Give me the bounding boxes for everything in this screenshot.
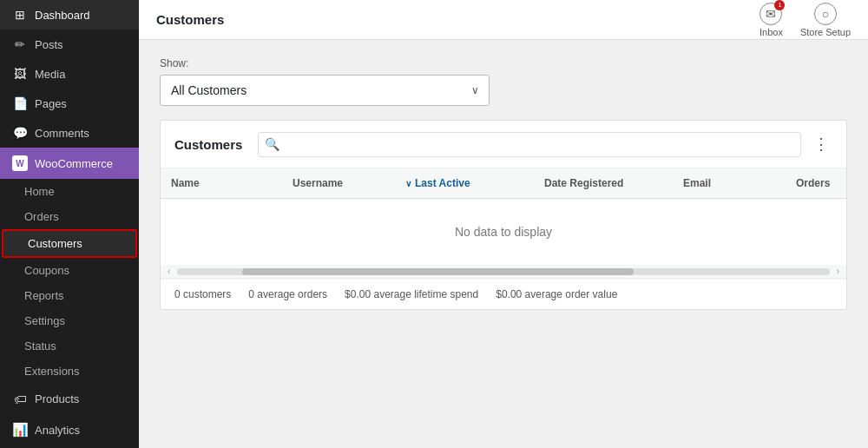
dashboard-icon: ⊞ <box>12 8 28 22</box>
stat-customers-count: 0 customers <box>174 288 231 300</box>
sidebar-sub-label: Orders <box>24 210 59 223</box>
inbox-label: Inbox <box>760 27 783 37</box>
analytics-icon: 📊 <box>12 422 28 438</box>
table-scrollbar[interactable]: ‹ › <box>161 265 846 279</box>
col-header-name[interactable]: Name <box>161 168 282 198</box>
sidebar: ⊞ Dashboard ✏ Posts 🖼 Media 📄 Pages 💬 Co… <box>0 0 139 448</box>
sidebar-item-label: Dashboard <box>35 9 90 22</box>
scroll-left-arrow[interactable]: ‹ <box>164 265 174 278</box>
sidebar-item-label: Media <box>35 68 65 81</box>
col-date-label: Date Registered <box>544 177 623 189</box>
inbox-badge: 1 <box>774 0 785 10</box>
sidebar-item-pages[interactable]: 📄 Pages <box>0 89 139 118</box>
store-setup-button[interactable]: ○ Store Setup <box>800 3 851 37</box>
topbar: Customers ✉ 1 Inbox ○ Store Setup <box>139 0 868 40</box>
col-last-active-label: Last Active <box>415 177 470 189</box>
sort-asc-icon: ∨ <box>405 179 411 188</box>
woocommerce-label: WooCommerce <box>35 157 113 170</box>
sidebar-item-label: Pages <box>35 97 67 110</box>
stat-avg-order-value: $0.00 average order value <box>496 288 617 300</box>
topbar-actions: ✉ 1 Inbox ○ Store Setup <box>760 3 851 37</box>
sidebar-item-products[interactable]: 🏷 Products <box>0 384 139 414</box>
sidebar-section-label: Products <box>35 392 79 405</box>
store-setup-icon-wrap: ○ <box>814 3 837 25</box>
store-setup-icon: ○ <box>822 7 829 21</box>
show-label: Show: <box>160 57 847 69</box>
table-title: Customers <box>174 137 242 152</box>
sidebar-section-label: Analytics <box>35 424 80 437</box>
more-options-button[interactable]: ⋮ <box>810 131 832 157</box>
scroll-right-arrow[interactable]: › <box>833 265 843 278</box>
filter-dropdown-wrap: All Customers Registered Customers Guest… <box>160 75 490 106</box>
col-header-username[interactable]: Username <box>282 168 395 198</box>
scroll-track[interactable] <box>177 268 829 275</box>
inbox-icon-wrap: ✉ 1 <box>760 3 782 25</box>
col-email-label: Email <box>683 177 711 189</box>
column-headers: Name Username ∨ Last Active Date Registe… <box>161 168 846 199</box>
pages-icon: 📄 <box>12 96 28 110</box>
search-icon: 🔍 <box>265 137 279 151</box>
sidebar-item-settings[interactable]: Settings <box>0 308 139 333</box>
search-input[interactable] <box>258 132 801 157</box>
sidebar-item-analytics[interactable]: 📊 Analytics <box>0 414 139 445</box>
col-username-label: Username <box>293 177 343 189</box>
filter-dropdown[interactable]: All Customers Registered Customers Guest… <box>160 75 490 106</box>
sidebar-item-extensions[interactable]: Extensions <box>0 359 139 384</box>
content-area: Show: All Customers Registered Customers… <box>139 40 868 448</box>
woocommerce-logo: W <box>12 155 28 171</box>
col-header-orders[interactable]: Orders <box>786 168 847 198</box>
media-icon: 🖼 <box>12 67 28 81</box>
table-header-row: Customers 🔍 ⋮ <box>161 121 846 168</box>
col-header-last-active[interactable]: ∨ Last Active <box>395 168 534 198</box>
col-orders-label: Orders <box>796 177 830 189</box>
sidebar-item-comments[interactable]: 💬 Comments <box>0 118 139 148</box>
sidebar-item-label: Posts <box>35 38 63 51</box>
sidebar-item-reports[interactable]: Reports <box>0 283 139 308</box>
sidebar-sub-label: Coupons <box>24 264 69 277</box>
sidebar-item-dashboard[interactable]: ⊞ Dashboard <box>0 0 139 30</box>
col-header-email[interactable]: Email <box>673 168 786 198</box>
table-footer: 0 customers 0 average orders $0.00 avera… <box>161 279 846 309</box>
no-data-message: No data to display <box>161 199 846 265</box>
sidebar-sub-label: Settings <box>24 314 65 327</box>
products-icon: 🏷 <box>12 392 28 406</box>
sidebar-item-media[interactable]: 🖼 Media <box>0 59 139 89</box>
sidebar-sub-label: Home <box>24 185 55 198</box>
sidebar-sub-label: Reports <box>24 289 64 302</box>
col-name-label: Name <box>171 177 200 189</box>
main-area: Customers ✉ 1 Inbox ○ Store Setup Show: … <box>139 0 868 448</box>
search-input-wrap: 🔍 <box>258 132 801 157</box>
sidebar-sub-label: Status <box>24 339 56 352</box>
sidebar-sub-label: Extensions <box>24 365 80 378</box>
comments-icon: 💬 <box>12 126 28 140</box>
sidebar-item-customers[interactable]: Customers <box>2 229 137 258</box>
sidebar-item-orders[interactable]: Orders <box>0 204 139 229</box>
page-title: Customers <box>156 12 224 27</box>
store-setup-label: Store Setup <box>800 27 851 37</box>
sidebar-item-status[interactable]: Status <box>0 333 139 359</box>
sidebar-item-home[interactable]: Home <box>0 179 139 204</box>
inbox-button[interactable]: ✉ 1 Inbox <box>760 3 783 37</box>
scroll-thumb <box>242 268 634 275</box>
customers-table-container: Customers 🔍 ⋮ Name Username ∨ Last Activ… <box>160 120 847 310</box>
stat-avg-lifetime-spend: $0.00 average lifetime spend <box>345 288 478 300</box>
col-header-date-registered[interactable]: Date Registered <box>534 168 673 198</box>
sidebar-item-posts[interactable]: ✏ Posts <box>0 30 139 59</box>
sidebar-woocommerce-header[interactable]: W WooCommerce <box>0 148 139 179</box>
sidebar-item-coupons[interactable]: Coupons <box>0 258 139 283</box>
sidebar-sub-label: Customers <box>28 237 82 250</box>
sidebar-item-label: Comments <box>35 127 89 140</box>
posts-icon: ✏ <box>12 37 28 51</box>
stat-avg-orders: 0 average orders <box>248 288 327 300</box>
